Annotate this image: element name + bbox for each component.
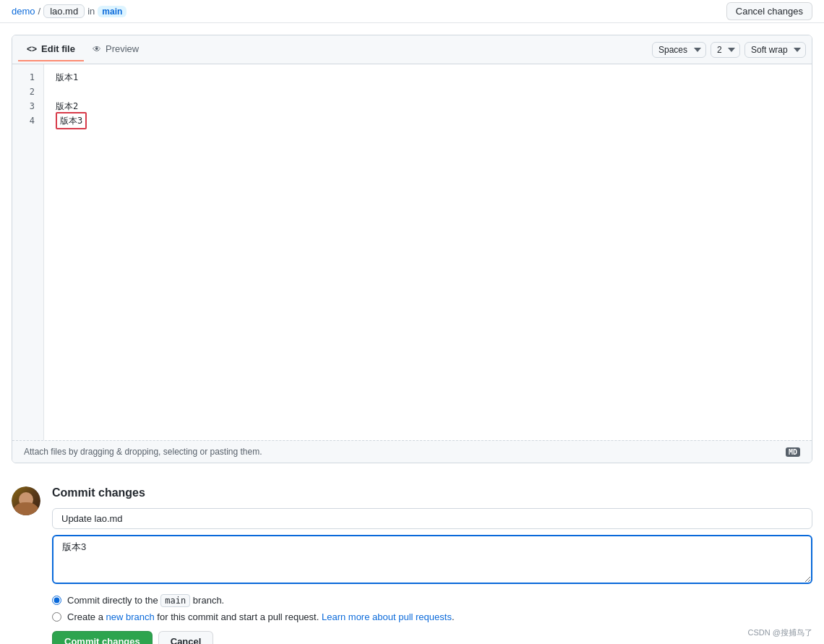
editor-area[interactable]: 1 2 3 4 版本1 版本2 版本3 <box>12 64 812 440</box>
radio-new-branch-option[interactable]: Create a new branch for this commit and … <box>52 611 812 622</box>
learn-more-link[interactable]: Learn more about pull requests <box>322 611 452 622</box>
code-line-2 <box>56 85 800 99</box>
attach-bar: Attach files by dragging & dropping, sel… <box>12 440 812 463</box>
markdown-icon: MD <box>786 447 800 457</box>
spaces-select[interactable]: Spaces <box>652 42 706 58</box>
commit-changes-button[interactable]: Commit changes <box>52 631 153 644</box>
breadcrumb-repo-link[interactable]: demo <box>12 6 35 17</box>
code-text-1: 版本1 <box>56 70 78 85</box>
radio-group: Commit directly to the main branch. Crea… <box>52 595 812 622</box>
commit-form: Commit changes 版本3 Commit directly to th… <box>52 486 812 644</box>
line-num-2: 2 <box>12 85 43 99</box>
branch-code: main <box>160 594 190 607</box>
line-num-3: 3 <box>12 99 43 113</box>
editor-options: Spaces 2 Soft wrap <box>652 42 806 58</box>
top-bar: demo / lao.md in main Cancel changes <box>0 0 824 23</box>
code-content[interactable]: 版本1 版本2 版本3 <box>44 64 812 440</box>
eye-icon: 👁 <box>93 44 101 54</box>
breadcrumb-in-label: in <box>87 6 95 17</box>
line-num-4: 4 <box>12 113 43 128</box>
avatar <box>12 486 40 515</box>
tab-preview[interactable]: 👁 Preview <box>84 38 147 61</box>
breadcrumb-branch: main <box>98 6 126 17</box>
commit-description-wrapper: 版本3 <box>52 535 812 595</box>
watermark: CSDN @搜捕鸟了 <box>748 627 812 638</box>
commit-buttons: Commit changes Cancel <box>52 631 812 644</box>
line-num-1: 1 <box>12 70 43 85</box>
avatar-image <box>12 486 40 515</box>
wrap-select[interactable]: Soft wrap <box>744 42 806 58</box>
commit-description-textarea[interactable]: 版本3 <box>52 535 812 584</box>
radio-direct-option[interactable]: Commit directly to the main branch. <box>52 595 812 606</box>
editor-container: <> Edit file 👁 Preview Spaces 2 Soft wra… <box>12 35 812 463</box>
attach-text: Attach files by dragging & dropping, sel… <box>24 447 262 457</box>
cancel-button[interactable]: Cancel <box>158 631 214 644</box>
commit-message-input[interactable] <box>52 508 812 529</box>
breadcrumb: demo / lao.md in main <box>12 4 726 18</box>
tab-edit-label: Edit file <box>41 43 75 54</box>
code-line-4: 版本3 <box>56 113 800 128</box>
radio-new-input[interactable] <box>52 612 61 622</box>
new-branch-link[interactable]: new branch <box>106 611 155 622</box>
radio-new-label: Create a new branch for this commit and … <box>67 611 455 622</box>
breadcrumb-filename: lao.md <box>43 4 85 18</box>
code-text-3: 版本2 <box>56 99 78 113</box>
indent-select[interactable]: 2 <box>711 42 740 58</box>
tab-preview-label: Preview <box>106 43 139 54</box>
code-icon: <> <box>27 44 37 54</box>
code-line-3: 版本2 <box>56 99 800 113</box>
line-numbers: 1 2 3 4 <box>12 64 44 440</box>
radio-direct-input[interactable] <box>52 596 61 605</box>
cancel-changes-button[interactable]: Cancel changes <box>726 2 812 20</box>
breadcrumb-separator: / <box>38 6 41 17</box>
code-text-4-highlighted: 版本3 <box>56 112 87 129</box>
commit-section: Commit changes 版本3 Commit directly to th… <box>0 475 824 644</box>
code-line-1: 版本1 <box>56 70 800 85</box>
radio-direct-label: Commit directly to the main branch. <box>67 595 224 606</box>
editor-tabs: <> Edit file 👁 Preview Spaces 2 Soft wra… <box>12 35 812 64</box>
tab-edit-file[interactable]: <> Edit file <box>18 38 84 61</box>
commit-title: Commit changes <box>52 486 812 499</box>
